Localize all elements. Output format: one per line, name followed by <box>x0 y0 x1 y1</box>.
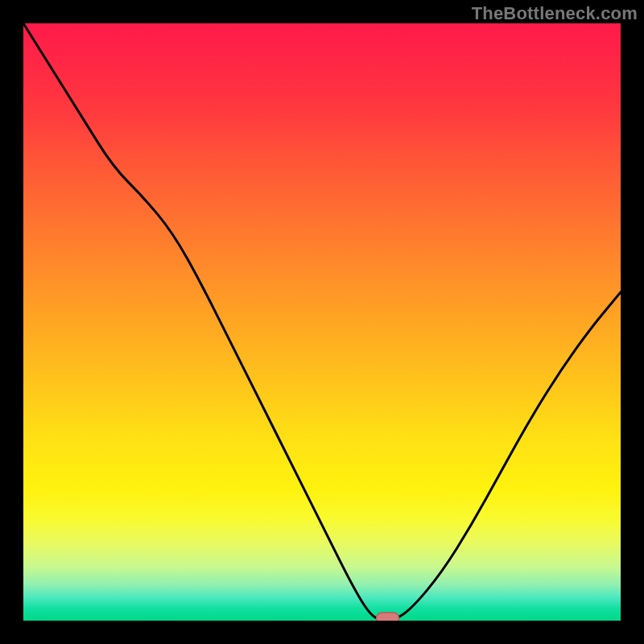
minimum-marker <box>377 613 399 621</box>
attribution-text: TheBottleneck.com <box>472 3 638 24</box>
bottleneck-curve <box>23 23 621 621</box>
curve-svg <box>23 23 621 621</box>
plot-area <box>23 23 621 621</box>
chart-container: TheBottleneck.com <box>0 0 644 644</box>
